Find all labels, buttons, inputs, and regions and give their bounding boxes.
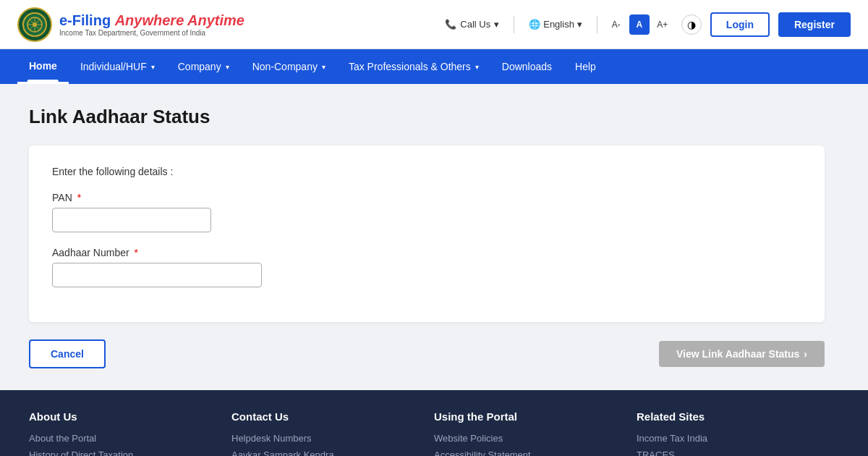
nav-taxprofessionals-label: Tax Professionals & Others bbox=[349, 61, 471, 72]
font-normal-button[interactable]: A bbox=[629, 14, 650, 35]
nav-individual-label: Individual/HUF bbox=[80, 61, 147, 72]
aadhaar-group: Aadhaar Number * bbox=[52, 247, 801, 287]
font-decrease-button[interactable]: A- bbox=[606, 14, 626, 35]
logo-subtitle: Income Tax Department, Government of Ind… bbox=[59, 29, 244, 37]
language-chevron: ▾ bbox=[577, 19, 582, 30]
form-card: Enter the following details : PAN * Aadh… bbox=[29, 145, 825, 322]
view-status-arrow: › bbox=[804, 348, 807, 360]
footer-link-website-policies[interactable]: Website Policies bbox=[434, 433, 622, 444]
pan-group: PAN * bbox=[52, 192, 801, 232]
logo-tagline: Anywhere Anytime bbox=[115, 12, 244, 28]
emblem-icon bbox=[17, 7, 52, 42]
footer-columns: About Us About the Portal History of Dir… bbox=[29, 410, 839, 456]
nav-item-downloads[interactable]: Downloads bbox=[490, 49, 563, 84]
footer-col-using: Using the Portal Website Policies Access… bbox=[434, 410, 637, 456]
nav-taxprofessionals-arrow: ▾ bbox=[475, 63, 479, 71]
login-button[interactable]: Login bbox=[710, 12, 770, 37]
footer-link-history[interactable]: History of Direct Taxation bbox=[29, 449, 217, 456]
logo-text: e-Filing Anywhere Anytime Income Tax Dep… bbox=[59, 12, 244, 37]
main-content: Link Aadhaar Status Enter the following … bbox=[0, 84, 868, 390]
footer-link-aaykar[interactable]: Aaykar Sampark Kendra bbox=[231, 449, 420, 456]
footer-link-income-tax-india[interactable]: Income Tax India bbox=[637, 433, 825, 444]
footer-related-title: Related Sites bbox=[637, 410, 825, 423]
buttons-row: Cancel View Link Aadhaar Status › bbox=[29, 339, 825, 368]
footer-about-title: About Us bbox=[29, 410, 217, 423]
header-right: 📞 Call Us ▾ 🌐 English ▾ A- A A+ ◑ Login … bbox=[439, 12, 851, 37]
nav-item-taxprofessionals[interactable]: Tax Professionals & Others ▾ bbox=[337, 49, 490, 84]
nav-company-arrow: ▾ bbox=[226, 63, 229, 71]
footer-contact-title: Contact Us bbox=[231, 410, 420, 423]
header: e-Filing Anywhere Anytime Income Tax Dep… bbox=[0, 0, 868, 49]
footer-link-traces[interactable]: TRACES bbox=[637, 449, 825, 456]
aadhaar-label: Aadhaar Number * bbox=[52, 247, 801, 258]
nav-item-home[interactable]: Home bbox=[17, 49, 69, 84]
footer-col-about: About Us About the Portal History of Dir… bbox=[29, 410, 231, 456]
call-us-label: Call Us bbox=[460, 19, 490, 30]
pan-required-marker: * bbox=[77, 192, 81, 203]
pan-input[interactable] bbox=[52, 208, 211, 232]
nav-noncompany-label: Non-Company bbox=[252, 61, 318, 72]
footer: About Us About the Portal History of Dir… bbox=[0, 390, 868, 456]
cancel-button[interactable]: Cancel bbox=[29, 339, 106, 368]
divider-2 bbox=[597, 16, 597, 33]
font-increase-button[interactable]: A+ bbox=[652, 14, 673, 35]
language-selector[interactable]: 🌐 English ▾ bbox=[523, 16, 588, 33]
pan-label: PAN * bbox=[52, 192, 801, 203]
footer-link-helpdesk[interactable]: Helpdesk Numbers bbox=[231, 433, 420, 444]
globe-icon: 🌐 bbox=[529, 19, 540, 30]
language-label: English bbox=[543, 19, 574, 30]
footer-link-accessibility[interactable]: Accessibility Statement bbox=[434, 449, 622, 456]
nav-noncompany-arrow: ▾ bbox=[322, 63, 326, 71]
nav-item-company[interactable]: Company ▾ bbox=[166, 49, 241, 84]
contrast-button[interactable]: ◑ bbox=[681, 14, 702, 35]
phone-icon: 📞 bbox=[445, 19, 456, 30]
nav-item-help[interactable]: Help bbox=[563, 49, 608, 84]
footer-using-title: Using the Portal bbox=[434, 410, 622, 423]
page-title: Link Aadhaar Status bbox=[29, 106, 839, 128]
nav-home-label: Home bbox=[29, 60, 57, 72]
nav-individual-arrow: ▾ bbox=[151, 63, 155, 71]
nav-item-noncompany[interactable]: Non-Company ▾ bbox=[241, 49, 337, 84]
aadhaar-input[interactable] bbox=[52, 263, 262, 287]
aadhaar-required-marker: * bbox=[135, 247, 138, 258]
view-status-button: View Link Aadhaar Status › bbox=[659, 341, 825, 367]
divider-1 bbox=[514, 16, 514, 33]
navbar: Home Individual/HUF ▾ Company ▾ Non-Comp… bbox=[0, 49, 868, 84]
call-us-chevron: ▾ bbox=[494, 19, 499, 30]
nav-company-label: Company bbox=[178, 61, 221, 72]
logo-title: e-Filing Anywhere Anytime bbox=[59, 12, 244, 29]
logo-area: e-Filing Anywhere Anytime Income Tax Dep… bbox=[17, 7, 244, 42]
footer-col-related: Related Sites Income Tax India TRACES Na… bbox=[637, 410, 839, 456]
nav-help-label: Help bbox=[575, 61, 596, 72]
nav-downloads-label: Downloads bbox=[502, 61, 552, 72]
call-us-button[interactable]: 📞 Call Us ▾ bbox=[439, 16, 505, 33]
font-controls: A- A A+ bbox=[606, 14, 673, 35]
nav-item-individual[interactable]: Individual/HUF ▾ bbox=[69, 49, 166, 84]
register-button[interactable]: Register bbox=[778, 12, 851, 37]
footer-col-contact: Contact Us Helpdesk Numbers Aaykar Sampa… bbox=[231, 410, 434, 456]
footer-link-about-portal[interactable]: About the Portal bbox=[29, 433, 217, 444]
form-instruction: Enter the following details : bbox=[52, 166, 801, 177]
view-status-label: View Link Aadhaar Status bbox=[676, 348, 799, 360]
